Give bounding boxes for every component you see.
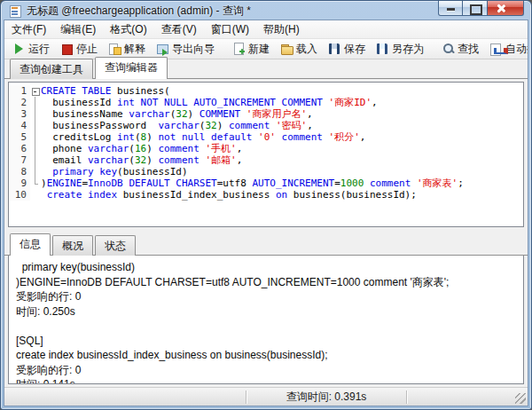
new-button[interactable]: 新建 (227, 40, 275, 58)
fold-marker[interactable] (30, 85, 41, 97)
code-line: 9)ENGINE=InnoDB DEFAULT CHARSET=utf8 AUT… (9, 177, 523, 189)
fold-marker (30, 120, 41, 131)
tab-info[interactable]: 信息 (10, 233, 51, 256)
token: not null default (158, 131, 252, 143)
fold-marker (30, 97, 41, 108)
code-text: businessId int NOT NULL AUTO_INCREMENT C… (41, 97, 378, 108)
export-wizard-label: 导出向导 (172, 42, 215, 57)
token: '积分' (329, 131, 360, 143)
token (41, 166, 52, 177)
code-text: phone varchar(16) comment '手机', (41, 143, 242, 154)
save-as-label: 另存为 (392, 42, 424, 57)
find-button[interactable]: 查找 (436, 40, 484, 58)
code-line: 4 businessPassword varchar(32) comment '… (9, 120, 523, 131)
save-icon (328, 43, 341, 55)
token: comment (229, 120, 270, 131)
token (276, 131, 282, 143)
token: phone (41, 143, 88, 154)
token: varchar (158, 120, 199, 131)
title-bar: 无标题 @freechargeapplication (admin) - 查询 … (4, 1, 528, 20)
token: 32 (205, 120, 216, 131)
menu-item-view[interactable]: 查看(V) (154, 20, 204, 39)
application-window: 无标题 @freechargeapplication (admin) - 查询 … (0, 0, 532, 410)
stop-button[interactable]: 停止 (55, 40, 103, 58)
message-line: 受影响的行: 0 (16, 289, 516, 304)
code-text: create index businessId_index_business o… (41, 189, 417, 201)
fold-marker (30, 108, 41, 120)
message-line: [SQL] (16, 334, 516, 349)
export-wizard-button[interactable]: 导出向导 (151, 40, 220, 58)
message-line: 时间: 0.250s (16, 304, 516, 319)
message-line: primary key(businessId) (16, 260, 516, 275)
token: 32 (135, 154, 146, 166)
token: ) (188, 108, 200, 120)
token (41, 189, 47, 201)
token: ( (135, 131, 141, 143)
tab-status[interactable]: 状态 (95, 235, 136, 256)
token: COMMENT (200, 108, 240, 120)
load-button[interactable]: 载入 (275, 40, 323, 58)
token: CREATE TABLE (41, 85, 111, 97)
token: , (307, 108, 313, 120)
save-as-button[interactable]: 另存为 (371, 40, 429, 58)
token: = (334, 177, 340, 189)
word-wrap-label: 自动换行 (505, 42, 528, 57)
token: 16 (135, 143, 146, 154)
explain-icon (108, 43, 121, 55)
code-text: businessName varchar(32) COMMENT '商家用户名'… (41, 108, 313, 120)
token: ) (146, 131, 158, 143)
run-button[interactable]: 运行 (7, 40, 55, 58)
token: comment (370, 177, 411, 189)
code-line: 1CREATE TABLE business( (9, 85, 523, 97)
window-body: 文件(F)编辑(E)格式(O)查看(V)窗口(W)帮助(H) 运行停止解释导出向… (4, 20, 528, 406)
line-number: 9 (9, 177, 30, 189)
code-text: CREATE TABLE business( (41, 85, 170, 97)
token: business(businessId); (287, 189, 417, 201)
menu-item-format[interactable]: 格式(O) (103, 20, 153, 39)
token: '商家用户名' (246, 108, 307, 120)
menu-item-help[interactable]: 帮助(H) (256, 20, 307, 39)
toolbar: 运行停止解释导出向导新建载入保存另存为查找自动换行 (4, 39, 528, 59)
run-icon (12, 43, 26, 55)
token: , (360, 131, 366, 143)
token: NOT NULL (141, 97, 188, 108)
token: ( (129, 154, 135, 166)
token (270, 120, 276, 131)
save-button[interactable]: 保存 (323, 40, 371, 58)
tab-profile[interactable]: 概况 (52, 235, 93, 256)
message-line: create index businessId_index_business o… (16, 348, 516, 363)
line-number: 3 (9, 108, 30, 120)
token: 1000 (340, 177, 364, 189)
token: , (237, 143, 243, 154)
tab-query-builder[interactable]: 查询创建工具 (10, 59, 93, 79)
token: int (117, 131, 135, 143)
line-number: 7 (9, 154, 30, 166)
status-separator (406, 390, 407, 404)
token (135, 97, 141, 108)
menu-item-edit[interactable]: 编辑(E) (53, 20, 103, 39)
word-wrap-button[interactable]: 自动换行 (484, 40, 528, 58)
token: AUTO_INCREMENT (252, 177, 334, 189)
menu-item-file[interactable]: 文件(F) (4, 20, 53, 39)
token: varchar (88, 143, 129, 154)
status-pane-left (4, 388, 246, 406)
menu-item-window[interactable]: 窗口(W) (204, 20, 256, 39)
token: int (117, 97, 135, 108)
token: comment (158, 143, 199, 154)
tab-query-editor[interactable]: 查询编辑器 (95, 57, 168, 79)
token: ) (41, 177, 47, 189)
code-line: 2 businessId int NOT NULL AUTO_INCREMENT… (9, 97, 523, 108)
token: comment (282, 131, 323, 143)
fold-marker (30, 154, 41, 166)
explain-button[interactable]: 解释 (103, 40, 151, 58)
new-label: 新建 (248, 42, 270, 57)
sql-editor[interactable]: 1CREATE TABLE business(2 businessId int … (9, 83, 523, 201)
maximize-button[interactable] (463, 1, 488, 16)
message-line: )ENGINE=InnoDB DEFAULT CHARSET=utf8 AUTO… (16, 275, 516, 290)
line-number: 8 (9, 166, 30, 177)
minimize-button[interactable] (438, 1, 463, 16)
close-button[interactable] (488, 1, 524, 16)
token: '手机' (205, 143, 236, 154)
token: businessName (41, 108, 129, 120)
resize-grip[interactable] (515, 393, 526, 404)
